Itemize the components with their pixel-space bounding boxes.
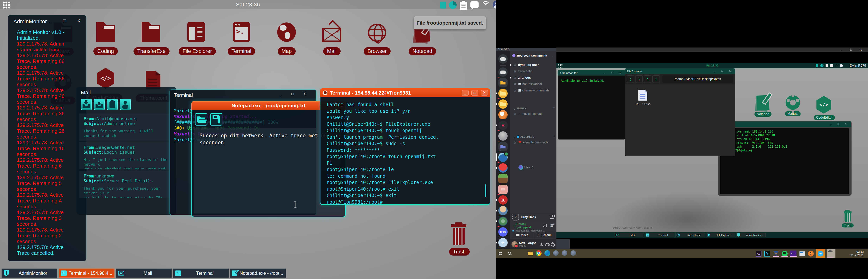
server-icon[interactable]	[498, 121, 507, 130]
taskbar-item[interactable]: Notepad.exe - /root...	[230, 269, 286, 278]
desktop-icon[interactable]: Notepad	[754, 93, 772, 120]
minimize-button[interactable]: _	[462, 90, 469, 96]
add-channel-icon[interactable]: +	[553, 106, 555, 110]
desktop-icon[interactable]: File Explorer	[179, 19, 214, 55]
window-titlebar[interactable]: AdminMonitor _ □ X	[558, 70, 625, 75]
window-buttons[interactable]: – □ X	[841, 48, 865, 51]
nav-up-button[interactable]: ∧	[644, 75, 651, 83]
server-icon[interactable]	[498, 238, 507, 247]
open-file-button[interactable]	[195, 113, 207, 126]
search-icon[interactable]	[508, 252, 512, 255]
window-buttons[interactable]: _ □ X	[49, 18, 86, 24]
server-icon[interactable]	[498, 163, 507, 173]
channel-item[interactable]: zira-logs	[512, 74, 556, 81]
mail-message[interactable]: From:Jaege@wente.net Subject:Login issue…	[79, 142, 174, 169]
file-item[interactable]: 181.14.1.196	[634, 90, 652, 106]
desktop-icon[interactable]: Coding	[88, 19, 123, 55]
desktop-icon[interactable]: Map	[269, 19, 304, 55]
taskbar-app-icon[interactable]	[562, 250, 568, 257]
mic-icon[interactable]	[539, 242, 543, 246]
taskbar-clock[interactable]: 02:13 21-2-2021	[850, 250, 864, 257]
taskbar-app-icon[interactable]	[827, 249, 835, 258]
desktop-icon[interactable]: TransferExe	[133, 19, 168, 55]
stream-screen-icon[interactable]	[550, 216, 554, 219]
contacts-button[interactable]	[120, 99, 131, 110]
screenshare-button[interactable]: Scherm	[534, 232, 555, 238]
window-buttons[interactable]: _ □ X	[604, 71, 623, 74]
taskbar-item[interactable]: Terminal - 154.98.4...	[59, 269, 115, 278]
clipboard-icon[interactable]	[460, 2, 467, 10]
close-button[interactable]: X	[481, 90, 488, 96]
channel-item[interactable]: kanaal-commands	[512, 139, 556, 146]
game-window-titlebar[interactable]: – □ X	[556, 48, 868, 52]
send-mail-button[interactable]	[94, 99, 105, 110]
server-header[interactable]: Roerveen Community ⌄	[510, 51, 556, 60]
server-icon[interactable]	[498, 227, 507, 237]
taskbar-item[interactable]: AdminMonitor	[2, 269, 57, 278]
channel-item[interactable]: Marc C.	[512, 164, 556, 170]
window-titlebar[interactable]: _ □ X	[718, 122, 851, 127]
window-buttons[interactable]: _ □ X	[830, 122, 849, 125]
trash[interactable]: Trash	[841, 210, 855, 227]
server-icon[interactable]	[498, 99, 507, 109]
taskbar-item[interactable]: Mail	[615, 233, 644, 237]
nav-forward-button[interactable]: 〉	[635, 75, 643, 83]
server-icon[interactable]	[498, 174, 507, 183]
taskbar-app-icon[interactable]: NZXT	[790, 250, 797, 257]
gear-icon[interactable]	[551, 242, 555, 246]
channel-item[interactable]: muziek-kanaal	[512, 111, 556, 117]
server-icon[interactable]	[498, 206, 507, 215]
disconnect-call-icon[interactable]	[550, 224, 554, 227]
server-icon[interactable]	[498, 131, 507, 141]
taskbar-app-icon[interactable]	[781, 250, 788, 257]
server-icon[interactable]	[498, 110, 507, 119]
desktop-icon[interactable]: Terminal	[224, 19, 259, 55]
taskbar-app-icon[interactable]: V	[764, 250, 771, 257]
server-icon[interactable]	[498, 195, 507, 205]
desktop-icon[interactable]: Browser	[360, 19, 395, 55]
mail-message[interactable]: From:Almit@eodusa.net Subject:Admin onli…	[79, 114, 174, 141]
channel-item[interactable]: MUZIEK +	[512, 103, 556, 111]
taskbar-item[interactable]: FileExplorer	[675, 233, 705, 237]
channel-item[interactable]: channel-commands	[512, 87, 556, 94]
discord-home-button[interactable]	[498, 54, 507, 64]
nav-home-button[interactable]: ⌂	[652, 75, 660, 83]
server-icon[interactable]	[498, 89, 507, 98]
headphones-icon[interactable]	[545, 242, 549, 246]
delete-mail-button[interactable]	[107, 99, 118, 110]
server-icon[interactable]	[498, 217, 507, 226]
taskbar-item[interactable]: Terminal	[645, 233, 675, 237]
receive-mail-button[interactable]	[81, 99, 92, 110]
desktop-icon[interactable]: Manual	[784, 93, 802, 120]
channel-item[interactable]: bot-testkanaal	[512, 81, 556, 87]
server-icon[interactable]	[498, 153, 507, 162]
path-field[interactable]: /home/DylanR079/Desktop/Notes	[662, 75, 733, 83]
save-file-button[interactable]	[210, 113, 222, 126]
avatar[interactable]	[512, 241, 518, 247]
window-buttons[interactable]: _ □ X	[714, 69, 733, 72]
server-icon[interactable]	[498, 185, 507, 194]
server-icon[interactable]	[498, 142, 507, 151]
terminal-scrollbar[interactable]	[485, 184, 486, 197]
desktop-icon[interactable]: CodeEditor	[814, 93, 832, 120]
taskbar-app-icon[interactable]	[799, 250, 805, 257]
channel-item[interactable]: zira-config	[512, 68, 556, 74]
taskbar-app-icon[interactable]	[570, 250, 577, 257]
taskbar-item[interactable]: Terminal	[173, 269, 229, 278]
taskbar-app-icon[interactable]: Ae	[755, 250, 762, 257]
server-icon[interactable]	[498, 67, 507, 77]
remote-terminal-titlebar[interactable]: Terminal - 154.98.44.22@Tion9931 _ □ X	[320, 88, 490, 97]
server-icon[interactable]	[498, 78, 507, 87]
window-titlebar[interactable]: FileExplorer _ □ X	[625, 68, 735, 74]
wifi-icon[interactable]	[482, 1, 490, 8]
mail-message[interactable]: From:unknown Subject:Server Rent Details…	[79, 171, 174, 198]
taskbar-app-icon[interactable]	[536, 250, 542, 257]
video-button[interactable]: Video	[512, 232, 532, 238]
nav-back-button[interactable]: 〈	[627, 75, 634, 83]
taskbar-app-icon[interactable]: w	[816, 249, 825, 258]
taskbar-item[interactable]: AdminMonitor	[736, 233, 766, 237]
taskbar-item[interactable]: Mail	[116, 269, 172, 278]
channel-item[interactable]: ALGEMEEN +	[512, 131, 556, 139]
start-button[interactable]	[499, 252, 502, 255]
noise-suppression-icon[interactable]	[543, 224, 547, 227]
